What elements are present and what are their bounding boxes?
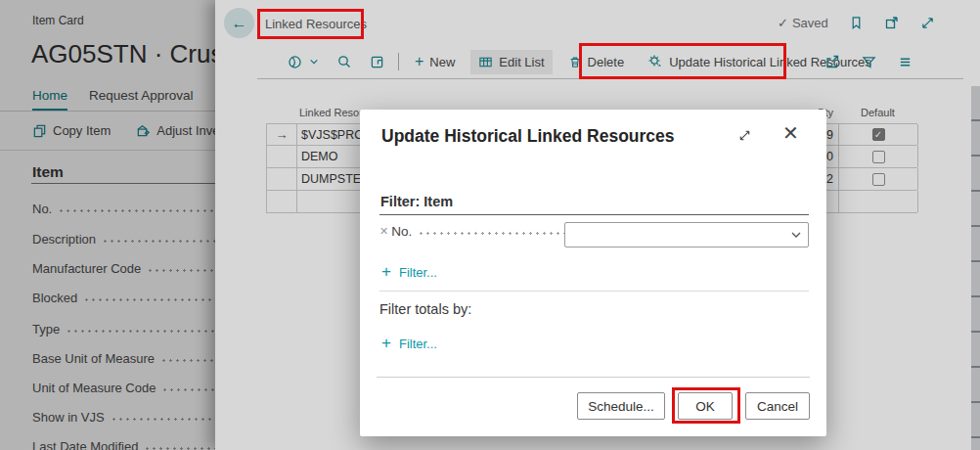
cancel-button[interactable]: Cancel (745, 392, 810, 420)
section-divider (379, 291, 809, 292)
update-historical-dialog: Update Historical Linked Resources ✕ Fil… (360, 110, 826, 436)
combobox-chevron-icon (790, 229, 802, 241)
ok-button[interactable]: OK (678, 392, 733, 420)
dialog-expand-icon[interactable] (737, 128, 752, 143)
filter-totals-label: Filter totals by: (379, 301, 471, 317)
no-field-label: No. (391, 224, 412, 239)
remove-filter-icon[interactable]: ✕ (379, 225, 388, 238)
dialog-title: Update Historical Linked Resources (381, 126, 675, 147)
no-filter-combobox[interactable] (564, 222, 809, 248)
schedule-button[interactable]: Schedule... (577, 392, 665, 420)
filter-section-label: Filter: Item (380, 194, 453, 209)
screen: Item Card AG05STN · Crushed S Home Reque… (0, 0, 980, 450)
filter-section-underline (379, 214, 809, 215)
dotted-leader (420, 232, 565, 235)
plus-icon: + (381, 334, 391, 353)
close-icon[interactable]: ✕ (782, 121, 799, 145)
footer-divider (377, 377, 810, 378)
no-filter-field: ✕ No. (379, 224, 565, 239)
add-totals-filter-link[interactable]: + Filter... (381, 334, 437, 353)
no-filter-input[interactable] (565, 228, 790, 243)
dialog-footer: Schedule... OK Cancel (577, 392, 810, 420)
add-item-filter-link[interactable]: + Filter... (381, 262, 437, 282)
plus-icon: + (381, 262, 391, 282)
